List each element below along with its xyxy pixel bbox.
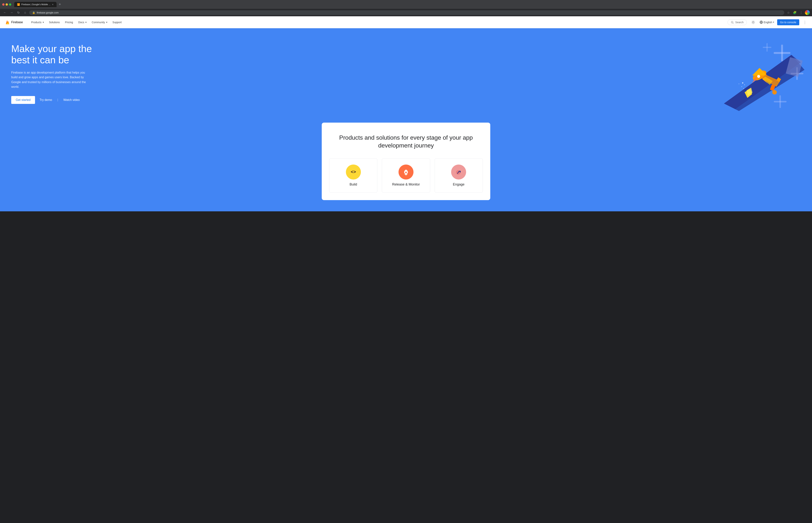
watch-video-link[interactable]: Watch video — [63, 98, 80, 102]
firebase-logo[interactable]: Firebase — [4, 20, 23, 25]
products-section: Products and solutions for every stage o… — [0, 123, 812, 211]
nav-links: Products Solutions Pricing Docs Communit… — [29, 19, 727, 25]
url-text: firebase.google.com — [37, 11, 59, 14]
hero-title: Make your app the best it can be — [11, 43, 105, 66]
extensions-button[interactable]: 🧩 — [792, 10, 797, 15]
product-card-release[interactable]: Release & Monitor — [382, 158, 430, 193]
profile-avatar[interactable] — [805, 10, 810, 15]
language-chevron-icon: ▾ — [773, 21, 774, 23]
language-label: English — [764, 21, 772, 24]
traffic-lights — [2, 3, 11, 6]
nav-pricing[interactable]: Pricing — [63, 19, 75, 25]
close-window-button[interactable] — [2, 3, 4, 6]
svg-line-1 — [733, 23, 734, 23]
svg-point-2 — [753, 21, 754, 23]
svg-text:<>: <> — [351, 169, 356, 174]
go-to-console-button[interactable]: Go to console — [777, 19, 799, 25]
new-tab-button[interactable]: + — [57, 1, 63, 7]
cta-divider: | — [57, 98, 58, 102]
hero-description: Firebase is an app development platform … — [11, 70, 86, 89]
maximize-window-button[interactable] — [9, 3, 11, 6]
minimize-window-button[interactable] — [6, 3, 8, 6]
language-selector[interactable]: English ▾ — [760, 21, 774, 24]
hero-svg — [702, 40, 805, 111]
product-card-engage[interactable]: Engage — [435, 158, 483, 193]
hero-illustration — [702, 40, 805, 111]
tab-favicon: 🔥 — [17, 3, 20, 6]
active-tab[interactable]: 🔥 Firebase | Google's Mobile ... × — [14, 2, 56, 7]
firebase-flame-icon — [4, 20, 10, 25]
products-card: Products and solutions for every stage o… — [322, 123, 490, 200]
search-icon — [731, 21, 734, 24]
nav-docs[interactable]: Docs — [76, 19, 89, 25]
nav-products[interactable]: Products — [29, 19, 46, 25]
svg-point-44 — [405, 172, 407, 173]
firebase-logo-text: Firebase — [11, 21, 23, 24]
nav-support[interactable]: Support — [110, 19, 124, 25]
nav-community[interactable]: Community — [89, 19, 109, 25]
close-tab-button[interactable]: × — [52, 3, 53, 6]
home-button[interactable]: ⌂ — [22, 10, 28, 15]
browser-tabs: 🔥 Firebase | Google's Mobile ... × + — [14, 1, 810, 7]
product-name-engage: Engage — [453, 182, 464, 186]
products-grid: <> Build — [329, 158, 483, 193]
lock-icon: 🔒 — [32, 11, 35, 14]
svg-point-32 — [772, 90, 777, 94]
product-name-release: Release & Monitor — [392, 182, 420, 186]
try-demo-link[interactable]: Try demo — [39, 98, 52, 102]
product-card-build[interactable]: <> Build — [329, 158, 377, 193]
svg-point-38 — [743, 88, 744, 89]
address-bar[interactable]: 🔒 firebase.google.com — [29, 10, 784, 15]
svg-marker-45 — [406, 175, 406, 176]
browser-window: 🔥 Firebase | Google's Mobile ... × + ← →… — [0, 0, 812, 16]
nav-actions: Search — [727, 19, 808, 26]
get-started-button[interactable]: Get started — [11, 96, 35, 104]
search-label: Search — [735, 21, 743, 24]
build-icon: <> — [346, 164, 361, 180]
browser-actions: ☆ 🧩 ⋮ — [786, 10, 810, 15]
svg-point-37 — [739, 84, 739, 84]
svg-point-35 — [744, 85, 745, 85]
rocket-icon — [402, 168, 410, 176]
main-nav: Firebase Products Solutions Pricing Docs… — [0, 16, 812, 28]
chart-arrow-icon — [455, 168, 462, 176]
globe-icon — [760, 21, 763, 24]
light-mode-icon — [751, 20, 755, 24]
refresh-button[interactable]: ↻ — [16, 10, 21, 15]
svg-point-26 — [757, 75, 760, 78]
more-options-button[interactable]: ⋮ — [802, 19, 808, 25]
theme-toggle-button[interactable] — [750, 19, 757, 26]
browser-controls: ← → ↻ ⌂ 🔒 firebase.google.com ☆ 🧩 ⋮ — [0, 9, 812, 16]
browser-titlebar: 🔥 Firebase | Google's Mobile ... × + — [0, 0, 812, 9]
release-icon — [399, 164, 413, 180]
tab-title: Firebase | Google's Mobile ... — [21, 3, 50, 6]
svg-point-0 — [731, 21, 733, 23]
search-button[interactable]: Search — [727, 19, 747, 25]
svg-point-36 — [741, 86, 742, 87]
products-title: Products and solutions for every stage o… — [329, 134, 483, 149]
forward-button[interactable]: → — [9, 10, 14, 15]
more-menu-button[interactable]: ⋮ — [798, 10, 804, 15]
bookmark-button[interactable]: ☆ — [786, 10, 791, 15]
hero-content: Make your app the best it can be Firebas… — [11, 43, 105, 104]
product-name-build: Build — [350, 182, 357, 186]
svg-line-9 — [752, 23, 752, 23]
code-brackets-icon: <> — [350, 168, 357, 176]
svg-point-34 — [742, 83, 743, 84]
hero-section: Make your app the best it can be Firebas… — [0, 28, 812, 123]
engage-icon — [451, 164, 466, 180]
website-content: Firebase Products Solutions Pricing Docs… — [0, 16, 812, 211]
nav-solutions[interactable]: Solutions — [47, 19, 62, 25]
hero-cta: Get started Try demo | Watch video — [11, 96, 105, 104]
back-button[interactable]: ← — [2, 10, 7, 15]
